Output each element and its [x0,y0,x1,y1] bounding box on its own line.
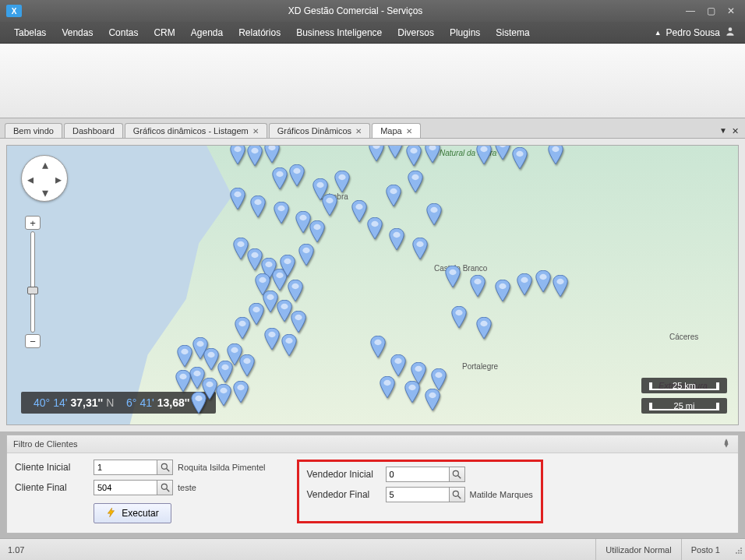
map-pin[interactable] [475,317,493,339]
menu-relatorios[interactable]: Relatórios [231,27,288,38]
map-pin[interactable] [424,145,441,163]
map-pin[interactable] [215,384,232,406]
cliente-inicial-lookup-button[interactable] [157,460,173,475]
map-pin[interactable] [273,202,290,224]
map-pin[interactable] [263,145,281,163]
map-pin[interactable] [469,275,486,297]
map-pin[interactable] [298,244,315,266]
menu-contas[interactable]: Contas [101,27,146,38]
zoom-in-button[interactable]: + [25,216,41,230]
map-pin[interactable] [535,270,552,292]
map-pin[interactable] [334,171,351,192]
map-pin[interactable] [475,145,493,164]
map-pin[interactable] [385,185,402,206]
svg-point-55 [195,396,202,401]
cliente-final-lookup-button[interactable] [157,480,173,495]
map-pin[interactable] [369,336,387,357]
zoom-out-button[interactable]: − [25,334,41,348]
map-pin[interactable] [366,217,383,239]
map-pin[interactable] [430,368,447,390]
menu-plugins[interactable]: Plugins [442,27,488,38]
map-pin[interactable] [271,167,288,189]
map-pin[interactable] [552,275,569,297]
minimize-button[interactable]: — [683,5,698,17]
map-pin[interactable] [444,266,461,287]
user-menu[interactable]: ▲ Pedro Sousa [655,26,739,39]
map-pin[interactable] [388,228,405,250]
resize-grip-icon[interactable] [729,543,745,557]
map-pin[interactable] [175,370,192,392]
map-pin[interactable] [494,280,511,301]
map-pin[interactable] [404,381,421,403]
tabs-close-icon[interactable]: ✕ [732,126,739,136]
tab-mapa[interactable]: Mapa✕ [372,123,421,138]
map-pin[interactable] [246,145,263,166]
menu-crm[interactable]: CRM [146,27,182,38]
map-pin[interactable] [229,188,246,210]
map-pin[interactable] [379,376,396,398]
svg-point-40 [281,304,288,309]
map-pin[interactable] [424,389,441,410]
tab-graficos-listagem[interactable]: Gráficos dinâmicos - Listagem✕ [125,123,267,138]
pin-icon[interactable] [721,438,732,450]
menu-diversos[interactable]: Diversos [390,27,442,38]
menu-bi[interactable]: Business Inteligence [288,27,390,38]
map-pin[interactable] [229,145,246,164]
tab-graficos-dinamicos[interactable]: Gráficos Dinâmicos✕ [269,123,370,138]
vendedor-inicial-lookup-button[interactable] [450,467,465,482]
map-pin[interactable] [387,145,404,158]
map-pin[interactable] [511,147,528,169]
map-pin[interactable] [411,238,429,259]
map-pin[interactable] [351,200,368,222]
map-pin[interactable] [281,334,298,356]
map-pin[interactable] [290,311,307,333]
map-pin[interactable] [547,145,564,164]
map-pin[interactable] [288,164,305,186]
zoom-thumb[interactable] [27,287,38,294]
pan-up-button[interactable]: ▴ [40,159,51,170]
close-button[interactable]: ✕ [723,5,739,17]
map-pin[interactable] [450,306,468,328]
vendedor-final-lookup-button[interactable] [450,487,465,502]
map-pin[interactable] [238,354,256,376]
map-pin[interactable] [309,220,326,242]
map-pin[interactable] [217,361,234,382]
maximize-button[interactable]: ▢ [703,5,719,17]
map-pin[interactable] [279,255,296,276]
close-icon[interactable]: ✕ [406,127,412,136]
map-pin[interactable] [516,273,533,295]
vendedor-inicial-input[interactable] [386,467,450,482]
close-icon[interactable]: ✕ [252,127,259,136]
map-pin[interactable] [407,171,424,192]
map-pin[interactable] [287,280,304,301]
map-pin[interactable] [321,194,338,216]
cliente-inicial-input[interactable] [94,460,157,475]
vendedor-final-input[interactable] [386,487,450,502]
map-pin[interactable] [232,381,249,403]
map-pin[interactable] [390,354,407,376]
map-pin[interactable] [249,195,267,217]
tab-dashboard[interactable]: Dashboard [64,123,123,138]
pan-left-button[interactable]: ◂ [25,174,36,185]
menu-sistema[interactable]: Sistema [488,27,537,38]
map-pin[interactable] [405,145,422,166]
map-pin[interactable] [494,145,511,160]
tab-dropdown-icon[interactable]: ▼ [719,126,727,136]
menu-vendas[interactable]: Vendas [54,27,101,38]
map-pin[interactable] [234,317,251,339]
map-pin[interactable] [425,203,443,225]
pan-right-button[interactable]: ▸ [53,174,64,185]
menu-tabelas[interactable]: Tabelas [6,27,54,38]
map-pin[interactable] [190,392,207,414]
zoom-slider[interactable] [30,231,35,333]
menu-agenda[interactable]: Agenda [183,27,231,38]
map-pin[interactable] [368,145,385,161]
tab-bemvindo[interactable]: Bem vindo [5,123,62,138]
map-pin[interactable] [263,328,281,350]
close-icon[interactable]: ✕ [355,127,362,136]
executar-button[interactable]: Executar [94,503,171,523]
pan-down-button[interactable]: ▾ [40,187,51,198]
cliente-final-input[interactable] [94,480,157,495]
map-pin[interactable] [176,345,193,367]
map-canvas[interactable]: Coimbra Castelo Branco Cáceres Portalegr… [6,145,739,425]
